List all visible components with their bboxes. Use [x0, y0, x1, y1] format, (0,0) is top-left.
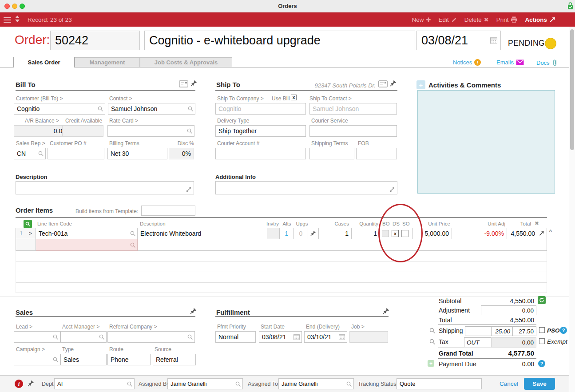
- assigned-to-field[interactable]: Jamie Gianelli: [278, 378, 354, 389]
- tab-sales-order[interactable]: Sales Order: [13, 57, 75, 67]
- search-icon[interactable]: [38, 151, 44, 156]
- add-payment-icon[interactable]: +: [428, 360, 434, 367]
- shipping-help-icon[interactable]: ?: [560, 327, 567, 334]
- record-navigate-icon[interactable]: [15, 16, 20, 22]
- search-icon[interactable]: [53, 357, 58, 362]
- search-icon[interactable]: [130, 242, 135, 248]
- ship-contact-field[interactable]: Samuel Johnson: [309, 103, 397, 115]
- order-date-field[interactable]: 03/08/21: [416, 31, 501, 50]
- shipping-rate-field[interactable]: 25.00: [491, 326, 513, 336]
- campaign-field[interactable]: [14, 354, 60, 365]
- route-field[interactable]: Phone: [107, 354, 151, 365]
- search-icon[interactable]: [98, 106, 103, 111]
- courier-account-field[interactable]: [215, 148, 306, 159]
- adjustment-field[interactable]: 0.00: [481, 305, 536, 315]
- window-scrollbar[interactable]: [569, 27, 575, 392]
- order-title-field[interactable]: Cognitio - e-whiteboard upgrade: [144, 31, 415, 50]
- delete-button[interactable]: Delete ✖: [464, 16, 489, 23]
- add-activity-icon[interactable]: +: [416, 80, 425, 89]
- priority-field[interactable]: Normal: [215, 331, 256, 343]
- tab-management[interactable]: Management: [75, 57, 140, 67]
- goto-arrow-icon[interactable]: [539, 231, 544, 236]
- docs-link[interactable]: Docs: [536, 59, 558, 66]
- so-checkbox[interactable]: [401, 230, 408, 237]
- billing-terms-field[interactable]: Net 30: [107, 148, 167, 159]
- tab-job-costs[interactable]: Job Costs & Approvals: [140, 57, 232, 67]
- customer-po-field[interactable]: [48, 148, 104, 159]
- edit-button[interactable]: Edit: [439, 16, 457, 23]
- referral-company-field[interactable]: [107, 331, 195, 343]
- rate-card-field[interactable]: [107, 125, 194, 137]
- print-button[interactable]: Print: [496, 16, 518, 23]
- exempt-checkbox[interactable]: [539, 338, 545, 344]
- dept-field[interactable]: AI: [54, 378, 135, 389]
- expand-icon[interactable]: [389, 186, 395, 193]
- item-upgs-cell[interactable]: 0: [294, 228, 308, 239]
- calendar-icon[interactable]: [293, 334, 300, 340]
- ship-company-field[interactable]: Cognitio: [215, 103, 306, 115]
- fob-field[interactable]: [356, 148, 397, 159]
- delivery-type-field[interactable]: Ship Together: [215, 125, 306, 137]
- description-field[interactable]: [16, 181, 194, 194]
- search-icon[interactable]: [53, 334, 58, 340]
- refresh-totals-button[interactable]: [538, 296, 546, 304]
- cancel-button[interactable]: Cancel: [500, 380, 518, 387]
- lead-field[interactable]: [14, 331, 60, 343]
- contact-field[interactable]: Samuel Johnson: [108, 103, 195, 115]
- ds-checkbox[interactable]: x: [392, 230, 399, 237]
- empty-item-row[interactable]: [16, 272, 547, 283]
- item-unit-price-cell[interactable]: 5,000.00: [413, 228, 452, 239]
- empty-item-row[interactable]: [16, 251, 547, 261]
- item-quantity-cell[interactable]: 1: [352, 228, 380, 239]
- expand-icon[interactable]: [186, 186, 192, 193]
- address-card-icon[interactable]: [378, 80, 388, 87]
- item-description-cell[interactable]: Electronic Whiteboard: [138, 228, 267, 239]
- tax-code-field[interactable]: OUT: [464, 337, 492, 347]
- calendar-icon[interactable]: [490, 37, 497, 44]
- payment-help-icon[interactable]: ?: [538, 360, 545, 367]
- tracking-status-field[interactable]: Quote: [397, 378, 482, 389]
- search-icon[interactable]: [99, 334, 104, 340]
- search-icon[interactable]: [127, 381, 132, 387]
- shipping-method-field[interactable]: [465, 326, 492, 336]
- actions-button[interactable]: Actions: [525, 16, 555, 23]
- item-code-cell[interactable]: Tech-001a: [36, 228, 138, 239]
- empty-item-row[interactable]: [16, 283, 547, 293]
- item-alts-cell[interactable]: 1: [280, 228, 294, 239]
- items-search-button[interactable]: [24, 220, 32, 228]
- search-icon[interactable]: [346, 381, 352, 387]
- search-icon[interactable]: [130, 231, 135, 236]
- save-button[interactable]: Save: [524, 378, 555, 390]
- search-icon[interactable]: [429, 328, 435, 333]
- new-item-code-cell[interactable]: [36, 239, 138, 251]
- pin-icon[interactable]: [190, 80, 197, 87]
- row-number-cell[interactable]: 1 >: [16, 228, 36, 239]
- pin-icon[interactable]: [28, 380, 34, 387]
- pin-icon[interactable]: [383, 308, 389, 314]
- search-icon[interactable]: [187, 334, 193, 340]
- empty-item-row[interactable]: [16, 261, 547, 272]
- clear-items-icon[interactable]: ✖: [535, 220, 539, 226]
- pin-icon[interactable]: [390, 80, 397, 87]
- shipping-terms-field[interactable]: [309, 148, 354, 159]
- scrollbar-thumb[interactable]: [570, 29, 574, 150]
- search-icon[interactable]: [429, 339, 435, 344]
- item-pin-cell[interactable]: [308, 228, 319, 239]
- courier-service-field[interactable]: [309, 125, 397, 137]
- item-unit-adj-cell[interactable]: -9.00%: [452, 228, 507, 239]
- address-card-icon[interactable]: [179, 80, 188, 87]
- job-field[interactable]: [349, 331, 388, 343]
- calendar-icon[interactable]: [339, 334, 345, 340]
- search-icon[interactable]: [235, 381, 241, 387]
- item-cases-cell[interactable]: 1: [319, 228, 352, 239]
- additional-info-field[interactable]: [215, 181, 397, 194]
- acct-manager-field[interactable]: [60, 331, 107, 343]
- end-date-field[interactable]: 03/10/21: [304, 331, 347, 343]
- new-button[interactable]: New ✚: [412, 16, 431, 23]
- info-icon[interactable]: i: [15, 380, 23, 388]
- shipping-amount-field[interactable]: 27.50: [512, 326, 536, 336]
- type-field[interactable]: Sales: [60, 354, 107, 365]
- search-icon[interactable]: [188, 106, 193, 111]
- source-field[interactable]: Referral: [153, 354, 196, 365]
- use-bill-to-checkbox[interactable]: x: [291, 95, 297, 100]
